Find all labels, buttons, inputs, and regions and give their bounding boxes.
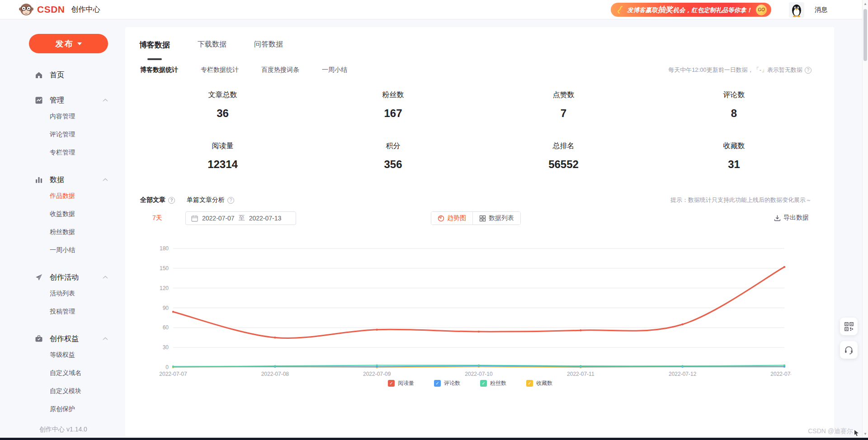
sidebar-item-home[interactable]: 首页: [0, 68, 125, 82]
sidebar-item-income-data[interactable]: 收益数据: [0, 205, 125, 223]
legend-item-reads[interactable]: ✓阅读量: [388, 379, 414, 387]
question-circle-icon[interactable]: ?: [227, 197, 234, 204]
sidebar-item-works-data[interactable]: 作品数据: [0, 187, 125, 205]
legend-label: 阅读量: [398, 379, 414, 387]
chevron-up-icon[interactable]: [103, 276, 108, 279]
chevron-up-icon[interactable]: [103, 98, 108, 102]
sidebar-item-fans-data[interactable]: 粉丝数据: [0, 223, 125, 241]
publish-button[interactable]: 发布: [29, 34, 108, 53]
sidebar-item-custom-module[interactable]: 自定义模块: [0, 382, 125, 400]
sidebar-item-label: 数据: [50, 175, 64, 185]
stat-label: 阅读量: [137, 141, 308, 151]
chevron-up-icon[interactable]: [103, 337, 108, 341]
user-avatar[interactable]: [789, 2, 804, 18]
legend-item-fans[interactable]: ✓粉丝数: [480, 379, 506, 387]
publish-button-label: 发布: [56, 38, 74, 49]
scroll-down-arrow-icon[interactable]: ▼: [863, 432, 868, 436]
subtab-baidu-hot[interactable]: 百度热搜词条: [261, 66, 299, 74]
sidebar-item-original-protection[interactable]: 原创保护: [0, 400, 125, 418]
customer-service-button[interactable]: [840, 341, 858, 359]
date-range-picker[interactable]: 2022-07-07 至 2022-07-13: [185, 211, 296, 225]
logo[interactable]: CSDN 创作中心: [19, 2, 100, 17]
messages-link[interactable]: 消息: [815, 6, 827, 14]
sidebar-item-content-manage[interactable]: 内容管理: [0, 108, 125, 126]
question-circle-icon[interactable]: ?: [805, 67, 811, 74]
sidebar-item-level-rights[interactable]: 等级权益: [0, 346, 125, 364]
checkbox-checked-icon[interactable]: ✓: [388, 380, 395, 387]
page-scrollbar[interactable]: ▲ ▼: [862, 0, 868, 438]
pie-chart-icon: [438, 215, 444, 222]
svg-text:2022-07-09: 2022-07-09: [363, 371, 391, 377]
export-data-label: 导出数据: [783, 214, 809, 222]
stat-label: 积分: [308, 141, 478, 151]
sidebar-item-column-manage[interactable]: 专栏管理: [0, 144, 125, 162]
watermark-text: CSDN @迪赛尔: [808, 427, 853, 435]
tab-blog-data[interactable]: 博客数据: [139, 40, 170, 56]
sidebar-item-data[interactable]: 数据: [0, 173, 125, 187]
tab-all-articles[interactable]: 全部文章?: [140, 196, 175, 204]
stat-value: 356: [308, 158, 478, 171]
sidebar-item-label: 首页: [50, 70, 64, 80]
analysis-tabs: 全部文章? 单篇文章分析?: [140, 196, 234, 204]
sidebar-item-rights[interactable]: 创作权益: [0, 332, 125, 346]
tab-single-article-analysis[interactable]: 单篇文章分析?: [187, 196, 234, 204]
stat-value: 12314: [137, 158, 308, 171]
logo-wordmark: CSDN: [37, 4, 65, 15]
checkbox-checked-icon[interactable]: ✓: [526, 380, 533, 387]
promo-banner[interactable]: 发博客赢取抽奖机会，红包定制礼品等你拿！ GO: [611, 3, 771, 17]
svg-text:2022-07-12: 2022-07-12: [669, 371, 697, 377]
data-tabs: 博客数据 下载数据 问答数据: [139, 40, 283, 56]
svg-text:2022-07-07: 2022-07-07: [159, 371, 187, 377]
stat-card-favorites: 收藏数31: [649, 141, 819, 171]
sidebar-item-comment-manage[interactable]: 评论管理: [0, 126, 125, 144]
subtab-weekly[interactable]: 一周小结: [322, 66, 347, 74]
scroll-up-arrow-icon[interactable]: ▲: [863, 2, 868, 6]
sidebar-item-activities[interactable]: 创作活动: [0, 270, 125, 285]
update-note-text: 每天中午12:00更新前一日数据，「-」表示暂无数据: [668, 66, 802, 74]
trend-chart-label: 趋势图: [447, 214, 466, 222]
stat-value: 56552: [478, 158, 649, 171]
legend-item-comments[interactable]: ✓评论数: [434, 379, 460, 387]
data-list-button[interactable]: 数据列表: [472, 212, 520, 225]
legend-label: 评论数: [444, 379, 460, 387]
sidebar-item-submission-manage[interactable]: 投稿管理: [0, 303, 125, 321]
trend-chart-button[interactable]: 趋势图: [431, 212, 472, 225]
period-7days-filter[interactable]: 7天: [152, 214, 162, 222]
svg-text:180: 180: [160, 245, 169, 252]
qr-code-button[interactable]: [840, 318, 858, 335]
paper-plane-icon: [34, 273, 43, 282]
stat-card-articles: 文章总数36: [137, 90, 308, 120]
subtab-column-stats[interactable]: 专栏数据统计: [201, 66, 239, 74]
main-content-card: 博客数据 下载数据 问答数据 博客数据统计 专栏数据统计 百度热搜词条 一周小结…: [125, 27, 834, 437]
sidebar-item-weekly-summary[interactable]: 一周小结: [0, 241, 125, 259]
sidebar-item-activity-list[interactable]: 活动列表: [0, 285, 125, 303]
penguin-avatar-icon: [789, 2, 804, 18]
trend-line-chart[interactable]: 03060901201501802022-07-072022-07-082022…: [149, 245, 791, 380]
chevron-up-icon[interactable]: [103, 178, 108, 182]
sidebar-item-manage[interactable]: 管理: [0, 93, 125, 108]
sidebar-item-custom-domain[interactable]: 自定义域名: [0, 364, 125, 382]
svg-text:2022-07-10: 2022-07-10: [465, 371, 493, 377]
export-data-button[interactable]: 导出数据: [774, 214, 809, 222]
subtab-blog-stats[interactable]: 博客数据统计: [140, 66, 178, 74]
promo-text: 发博客赢取抽奖机会，红包定制礼品等你拿！: [627, 5, 752, 15]
checkbox-checked-icon[interactable]: ✓: [480, 380, 487, 387]
version-label: 创作中心 v1.14.0: [18, 426, 108, 434]
go-coin-icon[interactable]: GO: [756, 5, 767, 15]
svg-text:30: 30: [163, 344, 169, 351]
stat-value: 8: [649, 107, 819, 120]
tab-download-data[interactable]: 下载数据: [198, 40, 226, 56]
tab-all-articles-label: 全部文章: [140, 196, 165, 204]
tab-qa-data[interactable]: 问答数据: [254, 40, 283, 56]
stat-label: 收藏数: [649, 141, 819, 151]
sidebar-item-label: 自定义域名: [50, 369, 81, 377]
tab-single-article-label: 单篇文章分析: [187, 196, 225, 204]
sidebar-item-label: 内容管理: [50, 112, 75, 121]
svg-text:150: 150: [160, 265, 169, 271]
scrollbar-thumb[interactable]: [863, 9, 867, 61]
stat-value: 31: [649, 158, 819, 171]
checkbox-checked-icon[interactable]: ✓: [434, 380, 441, 387]
legend-item-favorites[interactable]: ✓收藏数: [526, 379, 552, 387]
question-circle-icon[interactable]: ?: [168, 197, 175, 204]
data-list-label: 数据列表: [489, 214, 514, 222]
